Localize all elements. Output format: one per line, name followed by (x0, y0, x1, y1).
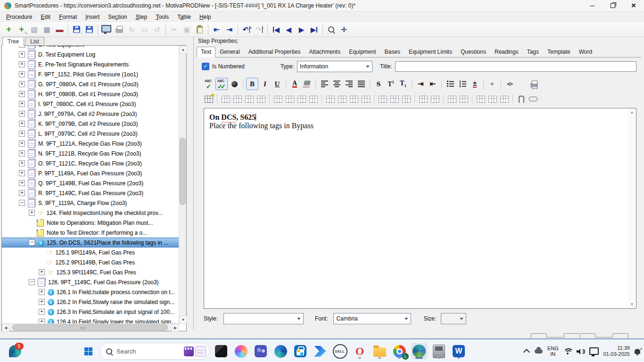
wifi-icon[interactable] (563, 348, 572, 354)
taskbar-file-explorer-button[interactable] (372, 343, 388, 359)
spell-check-button[interactable] (203, 78, 215, 90)
tree-item[interactable]: +R. 9PT_1149C, Fuel Gas Pressure (2oo3) (2, 188, 179, 198)
superscript-button[interactable]: T1 (385, 78, 396, 90)
cloud-sync-icon[interactable] (535, 349, 543, 354)
special-symbol-button[interactable] (229, 78, 240, 90)
underline-button[interactable]: U (272, 78, 283, 90)
step-text-editor[interactable]: On DCS, S625 Place the following tags in… (204, 108, 636, 309)
find-step-button[interactable] (325, 24, 338, 36)
tree-item[interactable]: +P. 9PT_1149A, Fuel Gas Pressure (2oo3) (2, 168, 179, 178)
font-color-button[interactable]: A (289, 78, 300, 90)
expander-plus-icon[interactable]: + (19, 61, 25, 67)
bullet-list-button[interactable] (445, 78, 456, 90)
close-button[interactable]: × (623, 0, 644, 11)
restore-button[interactable] (603, 0, 623, 11)
editor-content[interactable]: On DCS, S625 Place the following tags in… (209, 113, 627, 130)
expander-minus-icon[interactable]: − (29, 279, 35, 285)
tree-item[interactable]: +I. 9PT_0980C, Cell #1 Pressure (2oo3) (2, 99, 179, 109)
scroll-down-icon[interactable]: ▼ (179, 316, 187, 324)
tab-additional-properties[interactable]: Additional Properties (244, 47, 305, 58)
taskbar-smartprocedures-button[interactable] (411, 343, 427, 359)
expander-plus-icon[interactable]: + (19, 101, 25, 107)
menu-format[interactable]: Format (55, 12, 81, 22)
editor-scroll-up-icon[interactable]: ▲ (628, 109, 636, 116)
plus-minus-button[interactable]: ± (469, 78, 480, 90)
expander-plus-icon[interactable]: + (19, 140, 25, 147)
tree-item[interactable]: +N. 9FT_1121B, Recycle Gas Flow (2oo3) (2, 148, 179, 158)
notification-bell-icon[interactable]: z (635, 349, 640, 354)
expander-plus-icon[interactable]: + (19, 91, 25, 97)
redo-dropdown-icon[interactable]: ▾ (262, 26, 263, 33)
insert-table-button[interactable] (203, 94, 214, 104)
details-view-button[interactable]: ▦ (41, 24, 53, 36)
decrease-indent-button[interactable]: ⇤ (210, 24, 223, 36)
html-source-button[interactable]: </> (504, 78, 515, 90)
expander-plus-icon[interactable]: + (39, 289, 45, 295)
indent-first-line-button[interactable]: ⇥ (415, 78, 426, 90)
taskbar-store-button[interactable] (292, 343, 308, 359)
editor-scroll-down-icon[interactable]: ▼ (628, 301, 636, 308)
print-button[interactable] (113, 24, 125, 36)
bold-button[interactable]: B (246, 78, 258, 90)
menu-section[interactable]: Section (104, 12, 131, 22)
tab-equipment-limits[interactable]: Equipment Limits (405, 47, 456, 58)
align-center-button[interactable] (331, 78, 342, 90)
expander-minus-icon[interactable]: − (19, 200, 25, 206)
resize-grip[interactable] (530, 333, 629, 338)
subscript-button[interactable]: T1 (397, 78, 409, 90)
tab-list[interactable]: List (25, 37, 44, 46)
tree-item[interactable]: +D. Test Equipment Log (2, 49, 179, 59)
tab-readings[interactable]: Readings (490, 47, 523, 58)
menu-edit[interactable]: Edit (36, 12, 55, 22)
tree-item[interactable]: +Q. 9PT_1149B, Fuel Gas Pressure (2oo3) (2, 178, 179, 188)
taskbar-copilot-button[interactable] (233, 343, 249, 359)
clipchamp-icon[interactable] (184, 346, 194, 356)
is-numbered-checkbox[interactable]: ✓ (202, 63, 209, 70)
taskbar-corner-app-button[interactable]: 5 (7, 343, 24, 360)
menu-tools[interactable]: Tools (151, 12, 173, 22)
delete-step-button[interactable]: ▬ (53, 24, 66, 36)
expander-plus-icon[interactable]: + (39, 269, 45, 275)
tab-template[interactable]: Template (543, 47, 575, 58)
taskbar-dell-button[interactable]: DELL (332, 343, 348, 359)
style-select[interactable] (223, 313, 304, 324)
highlight-color-button[interactable] (301, 78, 313, 90)
tree-item[interactable]: −i125. On DCS, S621Place the following t… (2, 238, 179, 247)
minimize-button[interactable] (582, 0, 603, 11)
add-step-button[interactable]: + (2, 24, 15, 36)
language-indicator[interactable]: ENGIN (547, 346, 559, 357)
numbered-list-button[interactable] (457, 78, 468, 90)
auto-spell-check-button[interactable] (215, 78, 228, 90)
size-select[interactable] (441, 313, 466, 324)
taskbar-word-button[interactable]: W (451, 343, 467, 359)
tree-item[interactable]: +K. 9PT_0979B, Cell #2 Pressure (2oo3) (2, 119, 179, 129)
menu-insert[interactable]: Insert (81, 12, 104, 22)
expander-plus-icon[interactable]: + (19, 180, 25, 186)
print-text-button[interactable] (528, 78, 540, 90)
increase-indent-button[interactable]: ⇥ (223, 24, 236, 36)
expander-plus-icon[interactable]: + (19, 131, 25, 137)
tab-attachments[interactable]: Attachments (305, 47, 345, 58)
expander-plus-icon[interactable]: + (19, 121, 25, 127)
expander-plus-icon[interactable]: + (19, 71, 25, 77)
taskbar-edge-button[interactable] (272, 343, 289, 359)
scroll-right-icon[interactable]: ▶ (172, 324, 179, 332)
expander-plus-icon[interactable]: + (19, 150, 25, 156)
taskbar-gray-app-button[interactable] (431, 343, 447, 359)
menu-step[interactable]: Step (131, 12, 151, 22)
tree-item[interactable]: +i126.4 In Field,Slowly lower the simula… (2, 317, 179, 324)
nav-next-button[interactable]: ▶ (295, 24, 308, 36)
outline-view-button[interactable]: ▤ (28, 24, 41, 36)
save-button[interactable] (83, 24, 96, 36)
tree-item[interactable]: +F. 9PT_1152, Pilot Gas Pressure (1oo1) (2, 69, 179, 79)
tree-item[interactable]: +☞124. Field InspectionUsing the checkli… (2, 208, 179, 218)
tab-bases[interactable]: Bases (380, 47, 405, 58)
expander-plus-icon[interactable]: + (39, 309, 45, 315)
tree-hscroll-thumb[interactable] (12, 324, 168, 330)
move-step-button[interactable]: ✛ (338, 24, 350, 36)
expander-plus-icon[interactable]: + (19, 51, 25, 58)
expander-minus-icon[interactable]: − (29, 239, 35, 246)
scroll-up-icon[interactable]: ▲ (179, 46, 187, 54)
notes-app-icon[interactable] (195, 346, 206, 357)
nav-previous-button[interactable]: ◀ (282, 24, 295, 36)
